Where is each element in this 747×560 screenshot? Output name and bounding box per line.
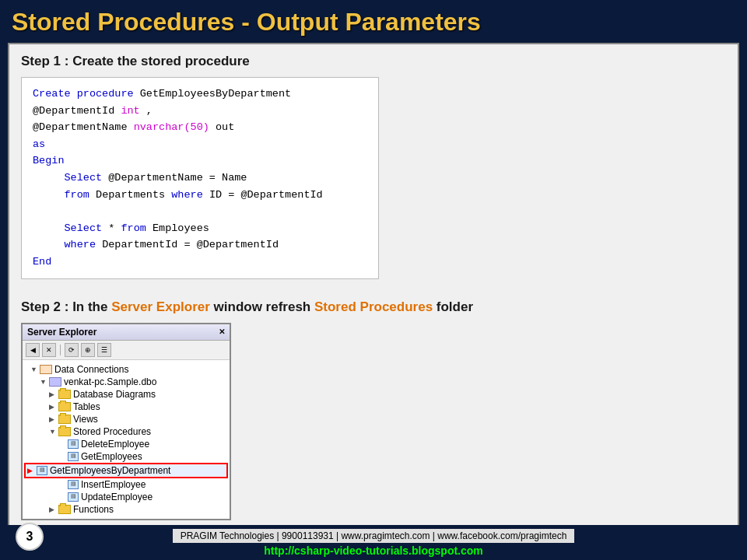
folder-icon bbox=[58, 505, 71, 514]
expand-arrow[interactable]: ▶ bbox=[49, 415, 58, 423]
code-line-5: Begin bbox=[33, 152, 367, 170]
tree-item-data-connections[interactable]: ▼ Data Connections bbox=[24, 363, 228, 376]
code-line-4: as bbox=[33, 136, 367, 153]
page-title: Stored Procedures - Output Parameters bbox=[0, 0, 747, 43]
proc-icon: ▤ bbox=[68, 480, 79, 489]
folder-icon bbox=[58, 390, 71, 399]
expand-arrow[interactable]: ▶ bbox=[49, 506, 58, 513]
server-explorer-window[interactable]: Server Explorer ✕ ◀ ✕ ⟳ ⊕ ☰ ▼ Data Conne… bbox=[21, 323, 231, 520]
tree-item-insert-employee[interactable]: ▤ InsertEmployee bbox=[24, 478, 228, 491]
tree-item-views[interactable]: ▶ Views bbox=[24, 413, 228, 425]
step1-heading: Step 1 : Create the stored procedure bbox=[21, 54, 726, 69]
toolbar-btn-1[interactable]: ◀ bbox=[26, 343, 40, 357]
tree-item-functions[interactable]: ▶ Functions bbox=[24, 503, 228, 516]
footer: PRAGIM Technologies | 9900113931 | www.p… bbox=[0, 525, 747, 560]
title-text: Stored Procedures - Output Parameters bbox=[12, 8, 481, 36]
tree-item-update-employee[interactable]: ▤ UpdateEmployee bbox=[24, 491, 228, 503]
code-line-11: End bbox=[33, 254, 367, 271]
proc-icon: ▤ bbox=[68, 452, 79, 461]
expand-arrow-selected[interactable]: ▶ bbox=[27, 467, 37, 474]
code-line-1: Create procedure GetEmployeesByDepartmen… bbox=[33, 86, 367, 103]
folder-icon bbox=[58, 415, 71, 424]
toolbar-btn-5[interactable]: ☰ bbox=[97, 343, 111, 357]
step2-heading: Step 2 : In the Server Explorer window r… bbox=[21, 299, 726, 315]
tree-item-get-employees-by-dept[interactable]: ▶ ▤ GetEmployeesByDepartment bbox=[24, 463, 228, 478]
server-explorer-toolbar: ◀ ✕ ⟳ ⊕ ☰ bbox=[23, 341, 230, 360]
data-connections-icon bbox=[40, 365, 52, 374]
expand-arrow[interactable]: ▶ bbox=[49, 390, 58, 398]
server-explorer-tree: ▼ Data Connections ▼ venkat-pc.Sample.db… bbox=[23, 360, 230, 519]
tree-item-delete-employee[interactable]: ▤ DeleteEmployee bbox=[24, 438, 228, 450]
proc-icon: ▤ bbox=[68, 492, 79, 502]
step2-area: Step 2 : In the Server Explorer window r… bbox=[21, 299, 726, 520]
code-line-2: @DepartmentId int , bbox=[33, 103, 367, 120]
folder-icon bbox=[58, 427, 71, 436]
code-line-7: from Departments where ID = @DepartmentI… bbox=[33, 187, 367, 204]
tree-item-stored-procedures[interactable]: ▼ Stored Procedures bbox=[24, 425, 228, 438]
expand-arrow[interactable]: ▼ bbox=[30, 366, 40, 373]
tree-item-database-diagrams[interactable]: ▶ Database Diagrams bbox=[24, 388, 228, 401]
code-line-10: where DepartmentId = @DepartmentId bbox=[33, 236, 367, 254]
proc-icon: ▤ bbox=[68, 439, 79, 449]
expand-arrow[interactable]: ▼ bbox=[40, 378, 49, 386]
code-line-3: @DepartmentName nvarchar(50) out bbox=[33, 119, 367, 136]
expand-arrow[interactable]: ▼ bbox=[49, 428, 58, 436]
slide-number: 3 bbox=[16, 523, 44, 551]
server-explorer-titlebar: Server Explorer ✕ bbox=[23, 324, 230, 341]
proc-icon: ▤ bbox=[37, 466, 47, 475]
code-block: Create procedure GetEmployeesByDepartmen… bbox=[21, 77, 379, 279]
footer-info: PRAGIM Technologies | 9900113931 | www.p… bbox=[173, 529, 575, 543]
toolbar-btn-2[interactable]: ✕ bbox=[42, 343, 56, 357]
close-icon[interactable]: ✕ bbox=[219, 327, 225, 336]
code-line-8 bbox=[33, 203, 367, 220]
toolbar-btn-3[interactable]: ⟳ bbox=[65, 343, 79, 357]
server-explorer-title: Server Explorer bbox=[27, 327, 96, 338]
code-line-9: Select * from Employees bbox=[33, 220, 367, 237]
folder-icon bbox=[58, 402, 71, 411]
tree-item-get-employees[interactable]: ▤ GetEmployees bbox=[24, 450, 228, 463]
footer-link[interactable]: http://csharp-video-tutorials.blogspot.c… bbox=[0, 544, 747, 557]
tree-item-tables[interactable]: ▶ Tables bbox=[24, 401, 228, 413]
expand-arrow[interactable]: ▶ bbox=[49, 403, 58, 411]
tree-item-db[interactable]: ▼ venkat-pc.Sample.dbo bbox=[24, 376, 228, 388]
content-area: Step 1 : Create the stored procedure Cre… bbox=[8, 43, 739, 531]
code-line-6: Select @DepartmentName = Name bbox=[33, 170, 367, 187]
toolbar-btn-4[interactable]: ⊕ bbox=[81, 343, 95, 357]
db-icon bbox=[49, 377, 61, 387]
